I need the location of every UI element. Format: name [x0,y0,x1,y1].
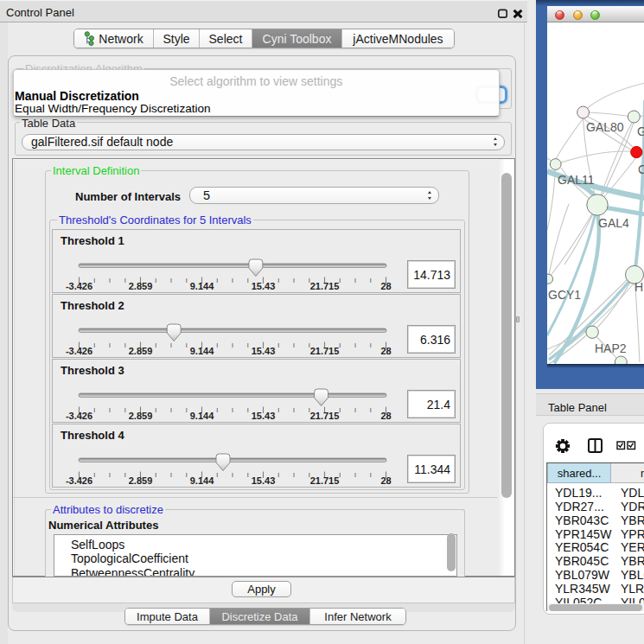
svg-text:GA: GA [637,124,644,138]
svg-text:HAP2: HAP2 [595,341,627,355]
svg-text:C: C [638,163,644,176]
svg-text:H: H [634,280,643,294]
svg-text:GAL4: GAL4 [598,216,629,230]
svg-text:GAL11: GAL11 [558,173,595,187]
svg-text:GCY1: GCY1 [548,288,581,302]
svg-text:GAL80: GAL80 [586,120,624,134]
